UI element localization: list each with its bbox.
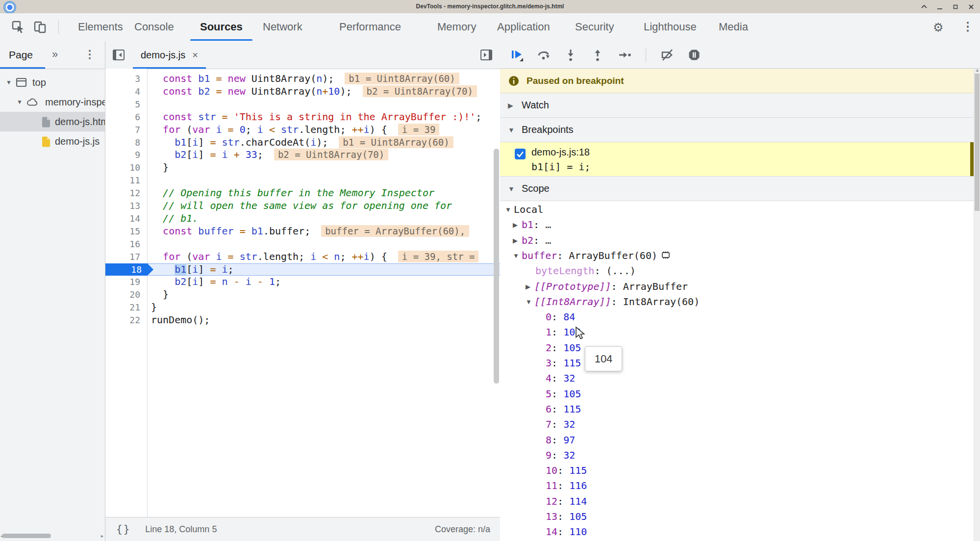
code-text[interactable]: b2[i] = i + 33;b2 = Uint8Array(70)	[147, 149, 388, 161]
line-number[interactable]: 7	[105, 124, 147, 136]
collapse-icon[interactable]: ▼	[17, 92, 23, 112]
code-line-7[interactable]: 7 for (var i = 0; i < str.length; ++i) {…	[105, 124, 500, 136]
code-line-16[interactable]: 16	[105, 238, 500, 251]
tab-lighthouse[interactable]: Lighthouse	[634, 13, 706, 41]
scroll-right-icon[interactable]: ▸	[101, 533, 103, 539]
maximize-icon[interactable]	[952, 3, 959, 11]
expand-icon[interactable]: ▶	[513, 233, 518, 248]
scrollbar-thumb[interactable]	[975, 74, 980, 211]
code-area[interactable]: 3 const b1 = new Uint8Array(n);b1 = Uint…	[105, 69, 500, 517]
line-number[interactable]: 19	[105, 276, 147, 288]
code-line-12[interactable]: 12 // Opening this buffer in the Memory …	[105, 187, 500, 200]
line-number[interactable]: 16	[105, 238, 147, 251]
line-number[interactable]: 9	[105, 149, 147, 161]
scope-row-2[interactable]: 2: 105	[500, 340, 974, 356]
code-text[interactable]: // Opening this buffer in the Memory Ins…	[147, 187, 434, 200]
code-line-5[interactable]: 5	[105, 98, 500, 111]
code-line-9[interactable]: 9 b2[i] = i + 33;b2 = Uint8Array(70)	[105, 149, 500, 161]
breakpoint-entry[interactable]: demo-js.js:18 b1[i] = i;	[500, 142, 980, 177]
scope-row-10[interactable]: 10: 115	[500, 463, 974, 478]
code-text[interactable]: for (var i = 0; i < str.length; ++i) {i …	[147, 124, 439, 136]
code-text[interactable]: }	[147, 161, 169, 174]
tab-application[interactable]: Application	[487, 13, 560, 41]
scope-row-prototype[interactable]: ▶[[Prototype]]: ArrayBuffer	[500, 279, 974, 294]
line-number[interactable]: 22	[105, 314, 147, 327]
code-text[interactable]: const b2 = new Uint8Array(n+10);b2 = Uin…	[147, 85, 477, 98]
tree-item-demo-js-html[interactable]: demo-js.html	[0, 112, 105, 131]
code-text[interactable]: const str = 'This is a string in the Arr…	[147, 111, 481, 124]
line-number[interactable]: 12	[105, 187, 147, 200]
line-number[interactable]: 5	[105, 98, 147, 111]
scope-row-local[interactable]: ▼Local	[500, 202, 974, 217]
pretty-print-icon[interactable]: {}	[116, 523, 130, 535]
scope-row-7[interactable]: 7: 32	[500, 417, 974, 432]
show-debugger-panel-icon[interactable]	[480, 49, 493, 61]
scope-row-4[interactable]: 4: 32	[500, 371, 974, 386]
deactivate-breakpoints-button[interactable]	[660, 48, 674, 62]
kebab-menu-icon[interactable]: ⋮	[962, 20, 974, 33]
gear-icon[interactable]: ⚙	[933, 21, 944, 34]
expand-icon[interactable]: ▶	[526, 279, 530, 294]
line-number[interactable]: 17	[105, 251, 147, 263]
code-line-13[interactable]: 13 // will open the same view as for ope…	[105, 200, 500, 212]
code-text[interactable]: const b1 = new Uint8Array(n);b1 = Uint8A…	[147, 73, 459, 85]
code-line-14[interactable]: 14 // b1.	[105, 212, 500, 225]
section-watch[interactable]: ▶ Watch	[500, 93, 980, 118]
tab-security[interactable]: Security	[565, 13, 624, 41]
scope-row-1[interactable]: 1: 104	[500, 325, 974, 340]
expand-icon[interactable]: ▶	[513, 217, 518, 232]
inspect-icon[interactable]	[11, 20, 25, 34]
code-line-15[interactable]: 15 const buffer = b1.buffer;buffer = Arr…	[105, 225, 500, 238]
scroll-up-icon[interactable]: ▲	[975, 68, 980, 73]
breakpoint-location[interactable]: demo-js.js:18	[531, 147, 590, 158]
code-text[interactable]: }	[147, 301, 157, 314]
step-into-button[interactable]	[564, 48, 578, 62]
code-text[interactable]: const buffer = b1.buffer;buffer = ArrayB…	[147, 225, 469, 238]
line-number[interactable]: 13	[105, 200, 147, 212]
tab-elements[interactable]: Elements	[68, 13, 133, 41]
scope-row-8[interactable]: 8: 97	[500, 433, 974, 448]
hide-navigator-icon[interactable]	[112, 49, 125, 61]
code-text[interactable]: // b1.	[147, 212, 198, 225]
device-toolbar-icon[interactable]	[33, 20, 47, 34]
expand-icon[interactable]: ▶	[508, 102, 516, 109]
pause-exceptions-button[interactable]	[687, 48, 701, 62]
tab-network[interactable]: Network	[253, 13, 312, 41]
code-line-8[interactable]: 8 b1[i] = str.charCodeAt(i);b1 = Uint8Ar…	[105, 136, 500, 149]
line-number[interactable]: 11	[105, 174, 147, 187]
line-number[interactable]: 10	[105, 161, 147, 174]
scope-row-9[interactable]: 9: 32	[500, 448, 974, 463]
code-text[interactable]: b1[i] = str.charCodeAt(i);b1 = Uint8Arra…	[147, 136, 453, 149]
tree-item-top[interactable]: ▼top	[0, 73, 105, 92]
code-line-17[interactable]: 17 for (var i = str.length; i < n; ++i) …	[105, 251, 500, 263]
line-number[interactable]: 3	[105, 73, 147, 85]
tab-memory[interactable]: Memory	[427, 13, 486, 41]
scope-row-int8array[interactable]: ▼[[Int8Array]]: Int8Array(60)	[500, 294, 974, 309]
code-line-3[interactable]: 3 const b1 = new Uint8Array(n);b1 = Uint…	[105, 73, 500, 85]
navigator-menu-icon[interactable]: ⋮	[84, 41, 95, 69]
code-line-11[interactable]: 11	[105, 174, 500, 187]
code-line-18[interactable]: 18 b1[i] = i;	[105, 263, 500, 276]
scrollbar-thumb[interactable]	[2, 534, 51, 538]
line-number[interactable]: 14	[105, 212, 147, 225]
tab-sources[interactable]: Sources	[190, 13, 252, 41]
step-out-button[interactable]	[591, 48, 604, 62]
line-number[interactable]: 15	[105, 225, 147, 238]
scope-row-11[interactable]: 11: 116	[500, 478, 974, 493]
tab-media[interactable]: Media	[709, 13, 758, 41]
line-number[interactable]: 8	[105, 136, 147, 149]
tree-item-memory-inspector-glitch-me[interactable]: ▼memory-inspector.glitch.me	[0, 92, 105, 112]
code-text[interactable]: // will open the same view as for openin…	[147, 200, 452, 212]
section-scope[interactable]: ▼ Scope	[500, 177, 980, 201]
close-icon[interactable]	[967, 3, 975, 11]
code-line-21[interactable]: 21}	[105, 301, 500, 314]
section-breakpoints[interactable]: ▼ Breakpoints	[500, 118, 980, 142]
minimize-icon[interactable]	[936, 3, 944, 11]
tab-performance[interactable]: Performance	[329, 13, 411, 41]
code-line-6[interactable]: 6 const str = 'This is a string in the A…	[105, 111, 500, 124]
code-line-20[interactable]: 20 }	[105, 288, 500, 301]
scope-row-b1[interactable]: ▶b1: …	[500, 217, 974, 232]
line-number[interactable]: 21	[105, 301, 147, 314]
line-number[interactable]: 6	[105, 111, 147, 124]
breakpoint-checkbox[interactable]	[515, 149, 526, 159]
